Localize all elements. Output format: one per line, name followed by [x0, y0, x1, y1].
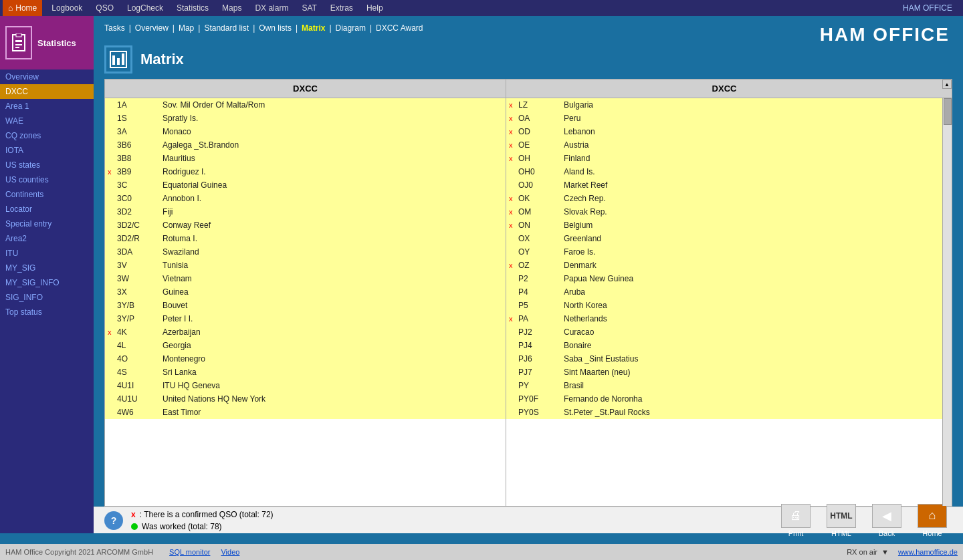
sidebar-item-top-status[interactable]: Top status [0, 305, 94, 319]
menu-item-help[interactable]: Help [360, 0, 390, 16]
table-row[interactable]: xPANetherlands [506, 312, 942, 325]
table-row[interactable]: 1ASov. Mil Order Of Malta/Rom [105, 98, 506, 112]
table-row[interactable]: PJ7Sint Maarten (neu) [506, 366, 942, 379]
table-row[interactable]: PJ6Saba _Sint Eustatius [506, 352, 942, 366]
table-row[interactable]: OXGreenland [506, 232, 942, 245]
home-button[interactable]: ⌂ Home [912, 504, 952, 537]
sidebar-item-my_sig_info[interactable]: MY_SIG_INFO [0, 275, 94, 290]
table-row[interactable]: OYFaroe Is. [506, 245, 942, 259]
html-button[interactable]: HTML HTML [821, 504, 861, 537]
table-row[interactable]: xOZDenmark [506, 259, 942, 272]
menu-item-dxalarm[interactable]: DX alarm [248, 0, 295, 16]
sidebar-item-cq-zones[interactable]: CQ zones [0, 128, 94, 143]
table-row[interactable]: xLZBulgaria [506, 98, 942, 112]
table-row[interactable]: PJ2Curacao [506, 325, 942, 339]
table-row[interactable]: xOHFinland [506, 152, 942, 165]
menu-item-maps[interactable]: Maps [215, 0, 248, 16]
table-row[interactable]: 4U1IITU HQ Geneva [105, 379, 506, 392]
table-row[interactable]: 3Y/PPeter I I. [105, 312, 506, 325]
back-button[interactable]: ◀ Back [867, 504, 907, 537]
table-row[interactable]: 3CEquatorial Guinea [105, 178, 506, 192]
sidebar-item-wae[interactable]: WAE [0, 114, 94, 128]
sidebar-item-area2[interactable]: Area2 [0, 231, 94, 246]
table-row[interactable]: 4U1UUnited Nations HQ New York [105, 392, 506, 406]
table-row[interactable]: 1SSpratly Is. [105, 112, 506, 125]
table-row[interactable]: xODLebanon [506, 125, 942, 138]
table-row[interactable]: 3B6Agalega _St.Brandon [105, 138, 506, 152]
table-row[interactable]: x3B9Rodriguez I. [105, 165, 506, 178]
rx-dropdown-icon[interactable]: ▼ [881, 548, 889, 556]
sidebar-item-sig_info[interactable]: SIG_INFO [0, 290, 94, 305]
menu-home[interactable]: ⌂ Home [3, 0, 42, 16]
print-button[interactable]: 🖨 Print [776, 504, 816, 537]
menu-item-extras[interactable]: Extras [324, 0, 360, 16]
sql-monitor-link[interactable]: SQL monitor [169, 548, 210, 556]
menu-item-sat[interactable]: SAT [295, 0, 323, 16]
table-row[interactable]: P4Aruba [506, 285, 942, 299]
table-row[interactable]: 3D2/RRotuma I. [105, 232, 506, 245]
nav-overview[interactable]: Overview [135, 23, 169, 33]
table-row[interactable]: 3D2Fiji [105, 205, 506, 219]
table-row[interactable]: 4OMontenegro [105, 352, 506, 366]
table-row[interactable]: xOEAustria [506, 138, 942, 152]
sidebar-item-dxcc[interactable]: DXCC [0, 84, 94, 99]
sidebar-item-overview[interactable]: Overview [0, 69, 94, 84]
scrollbar-track[interactable] [942, 98, 952, 506]
sidebar-item-area-1[interactable]: Area 1 [0, 99, 94, 114]
table-row[interactable]: 3WVietnam [105, 272, 506, 285]
table-row[interactable]: xONBelgium [506, 219, 942, 232]
help-button[interactable]: ? [104, 511, 123, 530]
scrollbar-thumb[interactable] [944, 98, 952, 125]
table-row[interactable]: P2Papua New Guinea [506, 272, 942, 285]
menu-item-statistics[interactable]: Statistics [170, 0, 215, 16]
table-row[interactable]: PY0FFernando de Noronha [506, 392, 942, 406]
table-row[interactable]: 3C0Annobon I. [105, 192, 506, 205]
table-row[interactable]: 4W6East Timor [105, 406, 506, 419]
nav-map[interactable]: Map [179, 23, 194, 33]
menu-item-logbook[interactable]: Logbook [45, 0, 89, 16]
website-link[interactable]: www.hamoffice.de [898, 548, 958, 556]
table-row[interactable]: 4LGeorgia [105, 339, 506, 352]
table-row[interactable]: PYBrasil [506, 379, 942, 392]
nav-diagram[interactable]: Diagram [336, 23, 366, 33]
video-link[interactable]: Video [221, 548, 239, 556]
table-row[interactable]: 4SSri Lanka [105, 366, 506, 379]
nav-dxcc-award[interactable]: DXCC Award [376, 23, 423, 33]
table-row[interactable]: 3Y/BBouvet [105, 299, 506, 312]
sidebar-item-my_sig[interactable]: MY_SIG [0, 261, 94, 275]
scroll-up-arrow[interactable]: ▲ [942, 80, 952, 89]
table-row[interactable]: 3B8Mauritius [105, 152, 506, 165]
table-row[interactable]: 3AMonaco [105, 125, 506, 138]
table-row[interactable]: PJ4Bonaire [506, 339, 942, 352]
table-row[interactable]: xOKCzech Rep. [506, 192, 942, 205]
table-row[interactable]: OH0Aland Is. [506, 165, 942, 178]
nav-standard-list[interactable]: Standard list [204, 23, 249, 33]
table-row[interactable]: 3D2/CConway Reef [105, 219, 506, 232]
sidebar-item-iota[interactable]: IOTA [0, 143, 94, 158]
menu-item-logcheck[interactable]: LogCheck [120, 0, 170, 16]
sidebar-item-special-entry[interactable]: Special entry [0, 217, 94, 231]
menu-item-qso[interactable]: QSO [89, 0, 120, 16]
sidebar-item-us-states[interactable]: US states [0, 158, 94, 172]
dxcc-name: Montenegro [163, 354, 503, 364]
table-row[interactable]: PY0SSt.Peter _St.Paul Rocks [506, 406, 942, 419]
sidebar-item-itu[interactable]: ITU [0, 246, 94, 261]
table-row[interactable]: 3VTunisia [105, 259, 506, 272]
table-row[interactable]: OJ0Market Reef [506, 178, 942, 192]
nav-matrix[interactable]: Matrix [302, 23, 325, 33]
sidebar-item-continents[interactable]: Continents [0, 187, 94, 202]
nav-own-lists[interactable]: Own lists [259, 23, 292, 33]
table-row[interactable]: 3XGuinea [105, 285, 506, 299]
svg-rect-4 [16, 33, 21, 37]
table-row[interactable]: xOAPeru [506, 112, 942, 125]
table-row[interactable]: x4KAzerbaijan [105, 325, 506, 339]
table-row[interactable]: P5North Korea [506, 299, 942, 312]
table-row[interactable]: 3DASwaziland [105, 245, 506, 259]
nav-tasks[interactable]: Tasks [104, 23, 125, 33]
dxcc-name: Market Reef [564, 180, 940, 190]
table-header: DXCC DXCC ▲ [105, 80, 952, 98]
sidebar-item-us-counties[interactable]: US counties [0, 172, 94, 187]
sidebar: Statistics OverviewDXCCArea 1WAECQ zones… [0, 16, 94, 533]
table-row[interactable]: xOMSlovak Rep. [506, 205, 942, 219]
sidebar-item-locator[interactable]: Locator [0, 202, 94, 217]
